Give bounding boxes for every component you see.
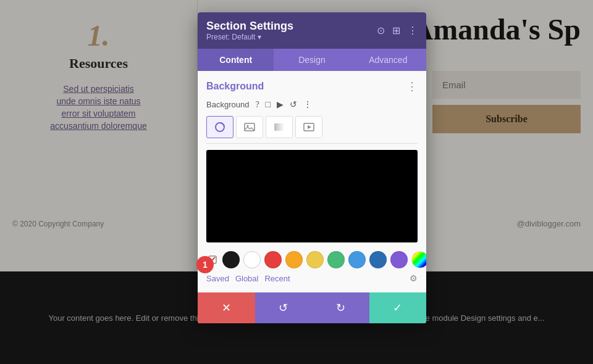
swatch-orange[interactable] bbox=[285, 251, 303, 268]
bg-type-image[interactable] bbox=[236, 116, 263, 138]
swatch-black[interactable] bbox=[222, 251, 240, 268]
link-2[interactable]: unde omnis iste natus bbox=[56, 96, 140, 106]
section-title: Resources bbox=[69, 56, 128, 72]
swatch-red[interactable] bbox=[264, 251, 282, 268]
color-tabs-row: Saved Global Recent ⚙ bbox=[206, 273, 418, 284]
email-footer-text: @diviblogger.com bbox=[516, 219, 581, 228]
bg-label: Background bbox=[206, 100, 249, 109]
bg-type-tabs bbox=[206, 116, 418, 144]
bg-desktop-icon[interactable]: □ bbox=[266, 100, 271, 110]
bg-type-gradient[interactable] bbox=[266, 116, 293, 138]
panel-header: Section Settings Preset: Default ▾ ⊙ ⊞ ⋮ bbox=[198, 12, 426, 49]
panel-preset[interactable]: Preset: Default ▾ bbox=[206, 33, 293, 41]
panel-header-left: Section Settings Preset: Default ▾ bbox=[206, 20, 293, 41]
svg-point-2 bbox=[247, 125, 249, 127]
responsive-icon[interactable]: ⊙ bbox=[377, 25, 385, 36]
site-title: Amanda's Sp bbox=[412, 12, 581, 46]
subscribe-button[interactable]: Subscribe bbox=[432, 105, 581, 133]
link-1[interactable]: Sed ut perspiciatis bbox=[63, 84, 133, 94]
panel-tabs: Content Design Advanced bbox=[198, 49, 426, 71]
notification-badge: 1 bbox=[196, 256, 214, 273]
email-input[interactable] bbox=[432, 71, 581, 99]
panel-header-icons: ⊙ ⊞ ⋮ bbox=[377, 25, 418, 36]
color-tab-global[interactable]: Global bbox=[235, 274, 259, 283]
bg-section-more-icon[interactable]: ⋮ bbox=[406, 80, 418, 93]
link-4[interactable]: accusantium doloremque bbox=[50, 121, 146, 131]
panel-title: Section Settings bbox=[206, 20, 293, 33]
color-tab-recent[interactable]: Recent bbox=[264, 274, 290, 283]
bg-type-video[interactable] bbox=[295, 116, 322, 138]
color-settings-icon[interactable]: ⚙ bbox=[410, 273, 418, 284]
svg-rect-3 bbox=[274, 123, 284, 131]
swatch-blue[interactable] bbox=[348, 251, 366, 268]
bg-controls-row: Background ? □ ▶ ↺ ⋮ bbox=[206, 99, 418, 110]
confirm-button[interactable]: ✓ bbox=[369, 292, 427, 323]
fullscreen-icon[interactable]: ⊞ bbox=[392, 25, 400, 36]
panel-body: Background ⋮ Background ? □ ▶ ↺ ⋮ bbox=[198, 71, 426, 292]
swatch-purple[interactable] bbox=[390, 251, 408, 268]
more-icon[interactable]: ⋮ bbox=[408, 25, 418, 36]
swatch-white[interactable] bbox=[243, 251, 261, 268]
bg-more-icon[interactable]: ⋮ bbox=[303, 99, 312, 110]
copyright: © 2020 Copyright Company bbox=[12, 220, 104, 228]
swatch-dark-blue[interactable] bbox=[369, 251, 387, 268]
bg-type-color[interactable] bbox=[206, 116, 233, 138]
svg-marker-5 bbox=[308, 125, 311, 129]
swatch-rainbow[interactable] bbox=[411, 251, 426, 268]
link-3[interactable]: error sit voluptatem bbox=[62, 109, 136, 118]
tab-content[interactable]: Content bbox=[198, 49, 274, 71]
swatch-yellow[interactable] bbox=[306, 251, 324, 268]
color-preview-area[interactable] bbox=[206, 150, 418, 242]
panel-footer: ✕ ↺ ↻ ✓ bbox=[198, 292, 426, 323]
reset-button[interactable]: ↺ bbox=[255, 292, 313, 323]
bg-section-title: Background bbox=[206, 81, 264, 92]
color-swatches-row bbox=[206, 251, 418, 268]
tab-advanced[interactable]: Advanced bbox=[350, 49, 426, 71]
bg-help-icon[interactable]: ? bbox=[255, 100, 259, 110]
bg-section-header: Background ⋮ bbox=[206, 80, 418, 93]
section-number: 1. bbox=[88, 19, 110, 52]
resource-links: Sed ut perspiciatis unde omnis iste natu… bbox=[50, 84, 146, 131]
tab-design[interactable]: Design bbox=[274, 49, 350, 71]
cancel-button[interactable]: ✕ bbox=[198, 292, 255, 323]
bg-reset-icon[interactable]: ↺ bbox=[290, 99, 297, 110]
section-settings-panel: Section Settings Preset: Default ▾ ⊙ ⊞ ⋮… bbox=[198, 12, 426, 323]
color-tab-saved[interactable]: Saved bbox=[206, 274, 229, 283]
bg-cursor-icon[interactable]: ▶ bbox=[277, 99, 284, 110]
redo-button[interactable]: ↻ bbox=[312, 292, 369, 323]
swatch-green[interactable] bbox=[327, 251, 345, 268]
